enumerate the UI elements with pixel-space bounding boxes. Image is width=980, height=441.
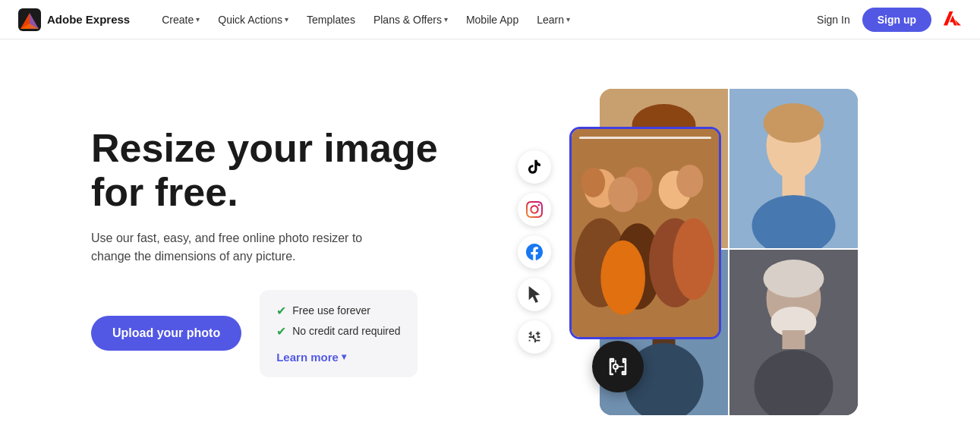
image-collage [569, 89, 858, 415]
phone-header-bar [579, 137, 711, 139]
sign-in-button[interactable]: Sign In [817, 14, 850, 26]
navbar-actions: Sign In Sign up [817, 8, 962, 32]
learn-more-arrow-icon: ▾ [342, 351, 346, 362]
sign-up-button[interactable]: Sign up [862, 8, 931, 32]
facebook-icon [526, 244, 543, 260]
nav-templates[interactable]: Templates [299, 9, 363, 30]
svg-point-17 [581, 168, 604, 197]
nav-mobile[interactable]: Mobile App [458, 9, 526, 30]
svg-point-21 [673, 218, 714, 300]
cursor-icon-button[interactable] [518, 278, 551, 311]
nav-links: Create ▾ Quick Actions ▾ Templates Plans… [154, 9, 817, 30]
hero-visual-section [455, 70, 919, 434]
facebook-icon-button[interactable] [518, 235, 551, 269]
quick-actions-chevron-icon: ▾ [285, 15, 288, 24]
instagram-icon [526, 201, 543, 218]
brand-logo[interactable]: Adobe Express [18, 8, 130, 31]
svg-point-16 [676, 165, 703, 197]
benefits-box: ✔ Free use forever ✔ No credit card requ… [260, 290, 417, 377]
adobe-express-logo-icon [18, 8, 41, 31]
svg-point-9 [763, 103, 824, 143]
svg-point-32 [763, 260, 824, 298]
learn-more-link[interactable]: Learn more ▾ [276, 351, 400, 364]
nav-learn[interactable]: Learn ▾ [529, 9, 578, 30]
svg-point-22 [600, 241, 645, 315]
navbar: Adobe Express Create ▾ Quick Actions ▾ T… [0, 0, 980, 39]
top-photo-right [729, 89, 858, 248]
fab-icon [607, 355, 629, 378]
nav-plans[interactable]: Plans & Offers ▾ [366, 9, 455, 30]
adobe-a-icon [944, 8, 962, 31]
nav-quick-actions[interactable]: Quick Actions ▾ [210, 9, 296, 30]
plans-chevron-icon: ▾ [444, 15, 448, 24]
svg-rect-33 [782, 330, 805, 349]
brand-name: Adobe Express [47, 13, 130, 26]
hero-subtitle: Use our fast, easy, and free online phot… [91, 229, 387, 266]
cursor-icon [526, 286, 543, 303]
fab-button[interactable] [592, 341, 644, 392]
benefit-2: ✔ No credit card required [276, 324, 400, 339]
hero-title: Resize your image for free. [91, 127, 440, 213]
tiktok-icon-button[interactable] [518, 150, 551, 184]
check-icon-2: ✔ [276, 324, 286, 339]
upload-photo-button[interactable]: Upload your photo [91, 316, 241, 351]
hero-actions: Upload your photo ✔ Free use forever ✔ N… [91, 290, 440, 377]
phone-frame [569, 127, 721, 339]
tiktok-icon [526, 159, 543, 175]
create-chevron-icon: ▾ [196, 15, 200, 24]
nav-create[interactable]: Create ▾ [154, 9, 207, 30]
sliders-icon-button[interactable] [518, 320, 551, 354]
bottom-photo-right [729, 250, 858, 415]
social-sidebar [518, 150, 551, 354]
svg-point-23 [608, 177, 638, 213]
svg-rect-10 [782, 175, 805, 198]
instagram-icon-button[interactable] [518, 193, 551, 226]
hero-text-section: Resize your image for free. Use our fast… [91, 127, 455, 376]
learn-chevron-icon: ▾ [566, 15, 570, 24]
check-icon-1: ✔ [276, 304, 286, 318]
main-content: Resize your image for free. Use our fast… [0, 39, 980, 441]
benefit-1: ✔ Free use forever [276, 304, 400, 318]
sliders-icon [526, 329, 543, 345]
